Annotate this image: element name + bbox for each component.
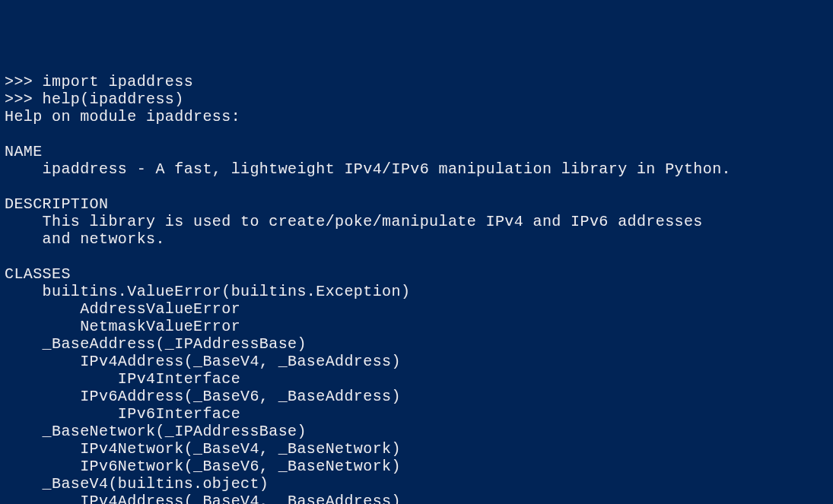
terminal-line: CLASSES: [5, 265, 71, 283]
terminal-line: help(ipaddress): [43, 90, 184, 108]
terminal-line: IPv4Address(_BaseV4, _BaseAddress): [5, 493, 401, 504]
terminal-line: NAME: [5, 143, 43, 160]
terminal-line: _BaseNetwork(_IPAddressBase): [5, 423, 307, 440]
repl-prompt: >>>: [5, 90, 43, 108]
terminal-line: IPv6Address(_BaseV6, _BaseAddress): [5, 388, 401, 405]
terminal-line: AddressValueError: [5, 300, 240, 318]
terminal-line: IPv4Address(_BaseV4, _BaseAddress): [5, 353, 401, 370]
terminal-line: This library is used to create/poke/mani…: [5, 213, 703, 230]
terminal-line: ipaddress - A fast, lightweight IPv4/IPv…: [5, 160, 731, 178]
terminal-line: IPv6Interface: [5, 405, 240, 423]
terminal-output[interactable]: >>> import ipaddress >>> help(ipaddress)…: [5, 73, 828, 504]
repl-prompt: >>>: [5, 73, 43, 90]
terminal-line: _BaseAddress(_IPAddressBase): [5, 335, 307, 353]
terminal-line: NetmaskValueError: [5, 318, 240, 335]
terminal-line: Help on module ipaddress:: [5, 108, 240, 125]
terminal-line: IPv4Network(_BaseV4, _BaseNetwork): [5, 440, 401, 458]
terminal-line: DESCRIPTION: [5, 195, 108, 213]
terminal-line: IPv4Interface: [5, 370, 240, 388]
terminal-line: and networks.: [5, 230, 165, 248]
terminal-line: builtins.ValueError(builtins.Exception): [5, 283, 410, 300]
terminal-line: import ipaddress: [43, 73, 193, 90]
terminal-line: IPv6Network(_BaseV6, _BaseNetwork): [5, 458, 401, 475]
terminal-line: _BaseV4(builtins.object): [5, 475, 269, 493]
